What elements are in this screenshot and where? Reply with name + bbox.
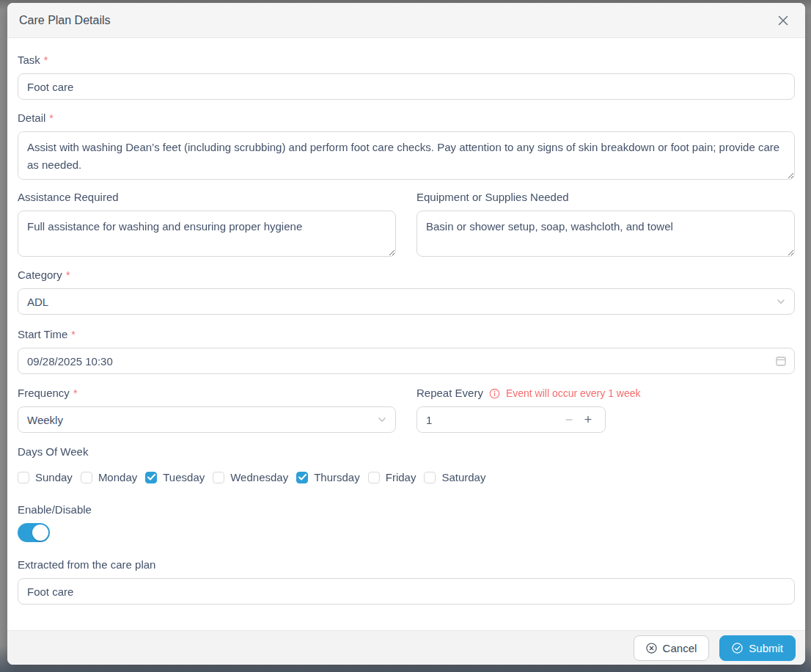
repeat-every-input[interactable] [417, 407, 542, 432]
checkbox [18, 472, 29, 483]
start-time-input[interactable] [18, 348, 795, 374]
checkbox [81, 472, 92, 483]
enable-disable-label: Enable/Disable [18, 503, 795, 517]
toggle-knob [32, 525, 48, 541]
decrement-button[interactable]: − [561, 407, 577, 432]
category-select[interactable]: ADL [18, 288, 795, 315]
days-of-week-label: Days Of Week [18, 445, 795, 459]
close-icon [777, 15, 789, 26]
day-checkbox-thursday[interactable]: Thursday [296, 471, 360, 483]
category-value: ADL [27, 296, 48, 308]
increment-button[interactable]: + [580, 407, 596, 432]
day-checkbox-tuesday[interactable]: Tuesday [145, 471, 205, 483]
assistance-textarea[interactable]: Full assistance for washing and ensuring… [18, 211, 396, 257]
equipment-label: Equipment or Supplies Needed [416, 190, 795, 205]
chevron-down-icon [776, 296, 786, 307]
checkbox [296, 472, 308, 483]
checkbox [368, 472, 380, 483]
repeat-every-label: Repeat Every [416, 386, 483, 401]
cancel-button[interactable]: Cancel [634, 635, 710, 661]
checkbox [145, 472, 157, 483]
task-input[interactable] [18, 73, 795, 100]
close-button[interactable] [773, 10, 793, 31]
enable-toggle[interactable] [18, 523, 50, 542]
day-checkbox-monday[interactable]: Monday [81, 471, 137, 483]
modal-title: Care Plan Details [19, 14, 111, 27]
required-asterisk: * [49, 111, 53, 125]
check-circle-icon [732, 643, 743, 654]
day-checkbox-friday[interactable]: Friday [368, 471, 416, 483]
check-icon [148, 475, 155, 480]
start-time-field [18, 348, 795, 374]
days-of-week-group: Sunday Monday Tuesday Wednesday Thursday… [18, 471, 795, 483]
equipment-textarea[interactable]: Basin or shower setup, soap, washcloth, … [416, 211, 795, 257]
required-asterisk: * [44, 53, 48, 67]
repeat-every-stepper: − + [416, 406, 606, 433]
required-asterisk: * [71, 327, 75, 342]
extracted-label: Extracted from the care plan [18, 558, 795, 572]
check-icon [299, 475, 306, 480]
task-label: Task * [18, 53, 795, 67]
day-checkbox-saturday[interactable]: Saturday [424, 471, 485, 483]
required-asterisk: * [73, 386, 77, 401]
close-circle-icon [646, 643, 657, 654]
frequency-value: Weekly [27, 414, 63, 426]
repeat-warning-text: Event will occur every 1 week [506, 386, 641, 401]
modal-body: Task * Detail * Assist with washing Dean… [7, 38, 805, 630]
detail-label: Detail * [18, 111, 795, 125]
modal-header: Care Plan Details [7, 3, 805, 38]
checkbox [424, 472, 436, 483]
modal-footer: Cancel Submit [7, 630, 805, 665]
category-label: Category * [18, 268, 795, 282]
chevron-down-icon [377, 414, 387, 425]
day-checkbox-sunday[interactable]: Sunday [18, 471, 73, 483]
checkbox [213, 472, 224, 483]
submit-button[interactable]: Submit [719, 635, 796, 661]
required-asterisk: * [66, 268, 70, 282]
start-time-label: Start Time * [18, 327, 795, 342]
calendar-icon [775, 355, 787, 367]
extracted-input[interactable] [18, 578, 795, 605]
care-plan-details-modal: Care Plan Details Task * Detail * Assist… [7, 3, 805, 665]
day-checkbox-wednesday[interactable]: Wednesday [213, 471, 288, 483]
frequency-select[interactable]: Weekly [18, 406, 396, 433]
detail-textarea[interactable]: Assist with washing Dean’s feet (includi… [18, 131, 795, 180]
info-circle-icon [489, 388, 500, 399]
assistance-label: Assistance Required [18, 190, 396, 205]
frequency-label: Frequency * [18, 386, 396, 401]
